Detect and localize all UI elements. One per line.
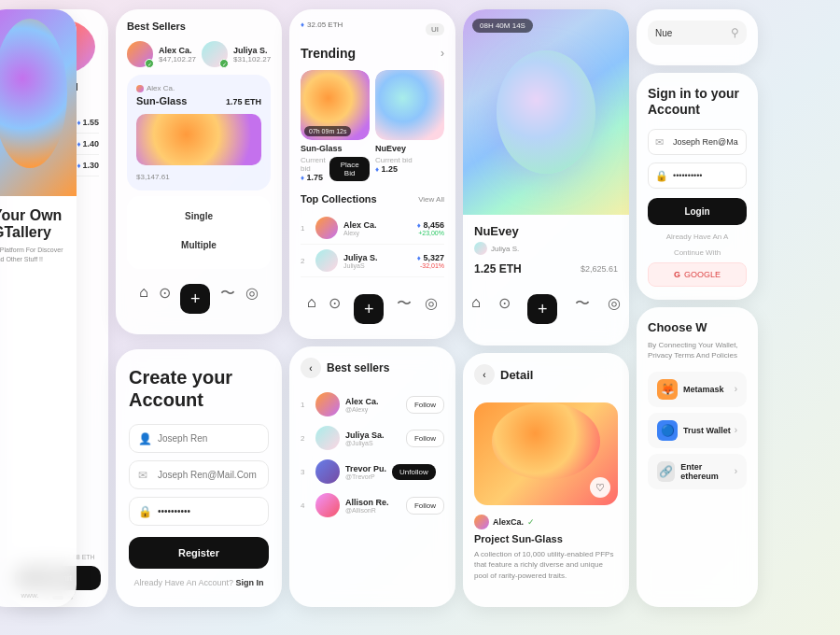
- back-button-bs[interactable]: ‹: [301, 358, 321, 378]
- nuevey-info: NuEvey Juliya S. 1.25 ETH $2,625.61: [463, 215, 629, 285]
- multiple-button[interactable]: Multiple: [134, 233, 263, 258]
- follow-button-4[interactable]: Follow: [406, 497, 444, 515]
- coll-price-col-1: ♦ 8,456 +23,00%: [417, 220, 444, 236]
- detail-author-row: AlexCa. ✓: [474, 515, 618, 529]
- collection-item-1: 1 Alex Ca. Alexy ♦ 8,456 +23,00%: [301, 212, 444, 245]
- countdown-timer: 08H 40M 14S: [472, 19, 533, 33]
- verified-badge-1: ✓: [145, 59, 154, 68]
- bs-item-3: 3 Trevor Pu. @TrevorP Unfollow: [301, 455, 444, 488]
- promo-orb: [0, 19, 67, 168]
- unfollow-button-3[interactable]: Unfollow: [392, 464, 436, 480]
- follow-button-2[interactable]: Follow: [406, 430, 444, 447]
- bs-name-2: Juliya Sa.: [345, 430, 385, 440]
- panel-4-container: 08H 40M 14S NuEvey Juliya S. 1.25 ETH $2…: [463, 9, 629, 607]
- bs-avatar-1: [315, 392, 340, 416]
- choose-wallet-panel: Choose W By Connecting Your Wallet, Priv…: [637, 307, 758, 607]
- search-nav-icon[interactable]: ⊙: [159, 284, 171, 314]
- add-btn-p3[interactable]: +: [354, 294, 384, 324]
- heart-button[interactable]: ♡: [590, 477, 610, 498]
- coll-change-1: +23,00%: [417, 230, 444, 236]
- coll-num-2: 2: [301, 257, 310, 265]
- best-sellers-lower-title: Best sellers: [327, 361, 389, 374]
- trending-bid-info-2: Current bid ♦ 1.25: [375, 156, 413, 174]
- seller-info-2: Juliya S. $31,102.27: [233, 46, 271, 64]
- trending-title: Trending: [301, 46, 356, 61]
- login-password-wrapper: 🔒: [648, 162, 747, 189]
- stats-icon-p3[interactable]: 〜: [397, 294, 412, 324]
- sign-in-link[interactable]: Sign In: [236, 578, 264, 587]
- detail-nft-artwork: ♡: [474, 402, 618, 505]
- profile-nav-icon[interactable]: ◎: [245, 284, 259, 314]
- login-email-wrapper: ✉: [648, 129, 747, 155]
- seller-name-2: Juliya S.: [233, 46, 271, 55]
- google-button[interactable]: G GOOGLE: [648, 262, 747, 287]
- trust-wallet-option[interactable]: 🔵 Trust Wallet ›: [648, 413, 747, 448]
- add-btn-p4[interactable]: +: [527, 294, 557, 324]
- choice-section: Single Multiple: [127, 196, 271, 269]
- trust-wallet-chevron: ›: [735, 425, 737, 435]
- create-account-title: Create your Account: [129, 366, 269, 411]
- metamask-option[interactable]: 🦊 Metamask ›: [648, 372, 747, 407]
- detail-description: A collection of 10,000 utility-enabled P…: [474, 549, 618, 581]
- coll-info-1: Alex Ca. Alexy: [343, 220, 377, 236]
- detail-back-button[interactable]: ‹: [474, 364, 495, 385]
- login-lock-icon: 🔒: [655, 169, 668, 181]
- login-button[interactable]: Login: [648, 198, 747, 225]
- promo-content: Your Own GTallery at Platform For Discov…: [0, 196, 77, 275]
- bs-avatar-2: [315, 426, 340, 450]
- promo-desc: at Platform For Discover And Other Stuff…: [0, 246, 67, 264]
- ethereum-chevron: ›: [735, 466, 737, 476]
- bs-handle-3: @TrevorP: [345, 473, 386, 480]
- bid-price-2: ♦ 1.25: [375, 164, 413, 174]
- search-icon-p3[interactable]: ⊙: [329, 294, 341, 324]
- panel4-top-nav: ⌂ ⊙ + 〜 ◎: [463, 285, 629, 333]
- promo-panel: Your Own GTallery at Platform For Discov…: [0, 9, 77, 607]
- bs-item-2: 2 Juliya Sa. @JuliyaS Follow: [301, 421, 444, 455]
- featured-nft-name: Sun-Glass: [136, 95, 187, 106]
- stats-icon-p4[interactable]: 〜: [575, 294, 590, 324]
- follow-button-1[interactable]: Follow: [406, 396, 444, 414]
- single-button[interactable]: Single: [134, 204, 263, 229]
- bs-handle-1: @Alexy: [345, 406, 379, 413]
- stats-nav-icon[interactable]: 〜: [220, 284, 235, 314]
- profile-icon-p3[interactable]: ◎: [425, 294, 438, 324]
- detail-author-avatar: [474, 515, 489, 529]
- trending-name-1: Sun-Glass: [301, 144, 370, 153]
- choose-wallet-title: Choose W: [648, 320, 747, 334]
- home-icon-p3[interactable]: ⌂: [307, 294, 316, 324]
- panel-3-container: ♦ 32.05 ETH UI Trending › 07h 09m 12s Su…: [289, 9, 455, 607]
- place-bid-button-1[interactable]: Place Bid: [329, 157, 370, 181]
- search-icon-p4[interactable]: ⊙: [498, 294, 511, 324]
- profile-icon-p4[interactable]: ◎: [608, 294, 621, 324]
- author-avatar: [474, 242, 487, 255]
- collection-item-2: 2 Juliya S. JuliyaS ♦ 5,327 -32,01%: [301, 245, 444, 277]
- register-button[interactable]: Register: [129, 537, 269, 569]
- search-input[interactable]: [655, 28, 726, 38]
- add-nav-button[interactable]: +: [180, 284, 210, 314]
- bid-label-2: Current bid: [375, 156, 413, 164]
- email-input[interactable]: [129, 460, 269, 489]
- google-icon: G: [674, 270, 680, 279]
- trending-bid-info-1: Current bid ♦ 1.75: [301, 156, 329, 182]
- home-nav-icon[interactable]: ⌂: [139, 284, 148, 314]
- trending-bid-row-2: Current bid ♦ 1.25: [375, 156, 444, 174]
- author-dot-small: [136, 85, 144, 92]
- top-collections-header: Top Collections View All: [301, 193, 444, 205]
- bs-num-3: 3: [301, 468, 310, 476]
- ui-badge: UI: [426, 23, 444, 35]
- promo-artwork: [0, 9, 77, 196]
- trending-panel: ♦ 32.05 ETH UI Trending › 07h 09m 12s Su…: [289, 9, 455, 339]
- home-icon-p4[interactable]: ⌂: [471, 294, 481, 324]
- bs-info-1: Alex Ca. @Alexy: [345, 397, 379, 413]
- ethereum-icon: 🔗: [657, 461, 675, 482]
- verified-badge-2: ✓: [219, 59, 229, 68]
- ethereum-option[interactable]: 🔗 Enter ethereum ›: [648, 454, 747, 489]
- coll-name-2: Juliya S.: [343, 253, 378, 262]
- bs-item-4: 4 Allison Re. @AllisonR Follow: [301, 488, 444, 522]
- bs-info-4: Allison Re. @AllisonR: [345, 498, 389, 514]
- trending-bid-row-1: Current bid ♦ 1.75 Place Bid: [301, 156, 370, 182]
- view-all-link[interactable]: View All: [418, 195, 444, 204]
- seller-info-1: Alex Ca. $47,102.27: [159, 46, 196, 64]
- trending-arrow[interactable]: ›: [441, 47, 444, 60]
- seller-price-1: $47,102.27: [159, 55, 196, 64]
